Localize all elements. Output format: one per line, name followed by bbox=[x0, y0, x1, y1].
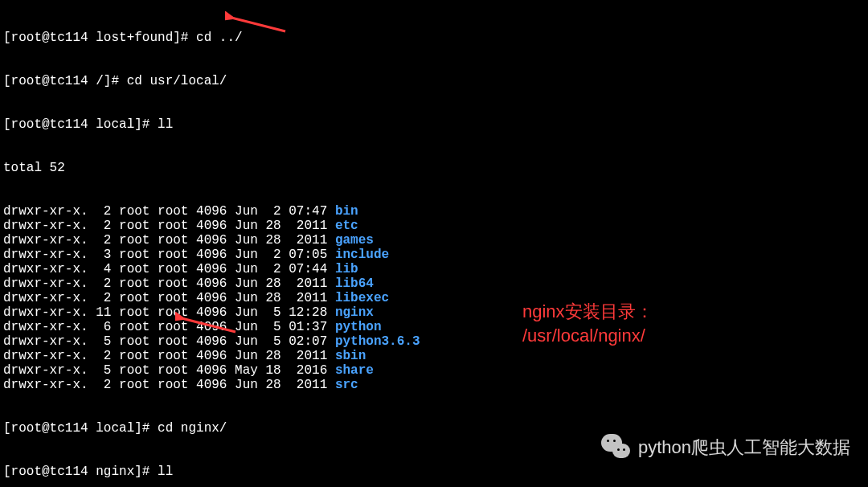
listing-row: drwxr-xr-x. 2 root root 4096 Jun 28 2011… bbox=[3, 276, 865, 291]
listing-row: drwxr-xr-x. 2 root root 4096 Jun 28 2011… bbox=[3, 233, 865, 248]
file-name: src bbox=[335, 378, 358, 392]
cmd: ll bbox=[158, 464, 173, 479]
prompt-line: [root@tc114 nginx]# ll bbox=[3, 464, 865, 479]
file-meta: drwxr-xr-x. 2 root root 4096 Jun 28 2011 bbox=[3, 219, 335, 233]
file-name: games bbox=[335, 233, 374, 248]
prompt-line: [root@tc114 /]# cd usr/local/ bbox=[3, 74, 865, 88]
listing-row: drwxr-xr-x. 5 root root 4096 May 18 2016… bbox=[3, 363, 865, 378]
file-meta: drwxr-xr-x. 2 root root 4096 Jun 28 2011 bbox=[3, 349, 335, 363]
annotation-line: /usr/local/nginx/ bbox=[522, 324, 653, 348]
file-name: python bbox=[335, 320, 382, 334]
file-name: etc bbox=[335, 219, 358, 233]
listing-row: drwxr-xr-x. 2 root root 4096 Jun 28 2011… bbox=[3, 291, 865, 305]
watermark-text: python爬虫人工智能大数据 bbox=[638, 440, 850, 455]
file-name: share bbox=[335, 363, 374, 378]
file-meta: drwxr-xr-x. 2 root root 4096 Jun 2 07:47 bbox=[3, 204, 335, 219]
host: [root@tc114 local]# bbox=[3, 421, 158, 436]
host: [root@tc114 lost+found]# bbox=[3, 31, 196, 45]
file-name: include bbox=[335, 248, 389, 262]
file-meta: drwxr-xr-x. 5 root root 4096 May 18 2016 bbox=[3, 363, 335, 378]
cmd: ll bbox=[158, 117, 173, 132]
prompt-line: [root@tc114 local]# ll bbox=[3, 117, 865, 132]
watermark: python爬虫人工智能大数据 bbox=[600, 432, 850, 463]
wechat-icon bbox=[600, 432, 630, 463]
file-meta: drwxr-xr-x. 6 root root 4096 Jun 5 01:37 bbox=[3, 320, 335, 334]
annotation-line: nginx安装目录： bbox=[522, 300, 653, 324]
file-meta: drwxr-xr-x. 2 root root 4096 Jun 28 2011 bbox=[3, 276, 335, 291]
terminal-output[interactable]: [root@tc114 lost+found]# cd ../ [root@tc… bbox=[0, 0, 868, 487]
listing-row: drwxr-xr-x. 3 root root 4096 Jun 2 07:05… bbox=[3, 248, 865, 262]
host: [root@tc114 /]# bbox=[3, 74, 127, 88]
total-line: total 52 bbox=[3, 161, 865, 175]
file-meta: drwxr-xr-x. 11 root root 4096 Jun 5 12:2… bbox=[3, 305, 335, 320]
directory-listing: drwxr-xr-x. 2 root root 4096 Jun 2 07:47… bbox=[3, 204, 865, 392]
cmd: cd nginx/ bbox=[158, 421, 227, 436]
file-name: python3.6.3 bbox=[335, 334, 420, 349]
cmd: cd ../ bbox=[196, 31, 243, 45]
listing-row: drwxr-xr-x. 2 root root 4096 Jun 2 07:47… bbox=[3, 204, 865, 219]
listing-row: drwxr-xr-x. 11 root root 4096 Jun 5 12:2… bbox=[3, 305, 865, 320]
prompt-line: [root@tc114 lost+found]# cd ../ bbox=[3, 31, 865, 45]
listing-row: drwxr-xr-x. 2 root root 4096 Jun 28 2011… bbox=[3, 219, 865, 233]
file-name: lib64 bbox=[335, 276, 374, 291]
file-name: bin bbox=[335, 204, 358, 219]
listing-row: drwxr-xr-x. 2 root root 4096 Jun 28 2011… bbox=[3, 349, 865, 363]
file-name: sbin bbox=[335, 349, 366, 363]
cmd: cd usr/local/ bbox=[127, 74, 227, 88]
host: [root@tc114 nginx]# bbox=[3, 464, 158, 479]
annotation-text: nginx安装目录： /usr/local/nginx/ bbox=[522, 300, 653, 348]
file-meta: drwxr-xr-x. 2 root root 4096 Jun 28 2011 bbox=[3, 378, 335, 392]
listing-row: drwxr-xr-x. 4 root root 4096 Jun 2 07:44… bbox=[3, 262, 865, 276]
host: [root@tc114 local]# bbox=[3, 117, 158, 132]
listing-row: drwxr-xr-x. 5 root root 4096 Jun 5 02:07… bbox=[3, 334, 865, 349]
file-meta: drwxr-xr-x. 5 root root 4096 Jun 5 02:07 bbox=[3, 334, 335, 349]
file-name: nginx bbox=[335, 305, 374, 320]
file-meta: drwxr-xr-x. 2 root root 4096 Jun 28 2011 bbox=[3, 291, 335, 305]
file-name: libexec bbox=[335, 291, 389, 305]
file-meta: drwxr-xr-x. 2 root root 4096 Jun 28 2011 bbox=[3, 233, 335, 248]
listing-row: drwxr-xr-x. 6 root root 4096 Jun 5 01:37… bbox=[3, 320, 865, 334]
listing-row: drwxr-xr-x. 2 root root 4096 Jun 28 2011… bbox=[3, 378, 865, 392]
file-meta: drwxr-xr-x. 3 root root 4096 Jun 2 07:05 bbox=[3, 248, 335, 262]
file-meta: drwxr-xr-x. 4 root root 4096 Jun 2 07:44 bbox=[3, 262, 335, 276]
file-name: lib bbox=[335, 262, 358, 276]
